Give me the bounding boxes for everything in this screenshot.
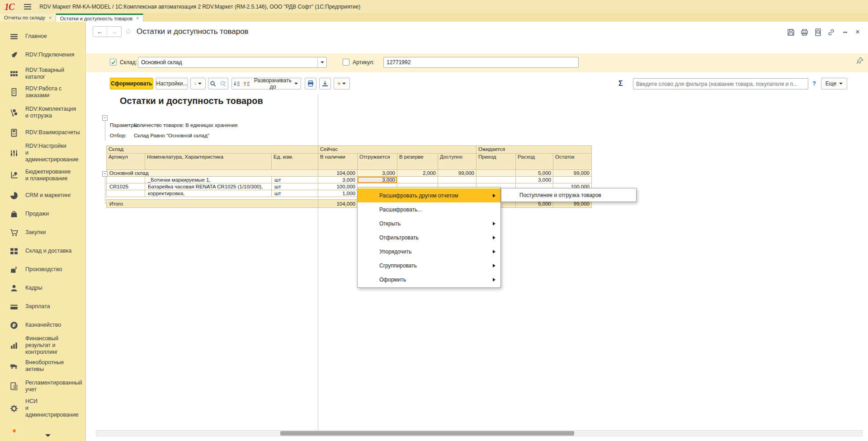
sidebar-item-production[interactable]: Производство — [0, 260, 85, 279]
tab-inactive-0[interactable]: Отчеты по складу× — [0, 14, 56, 22]
expand-to-button[interactable]: Разворачивать до — [251, 78, 301, 89]
warehouse-combo[interactable]: Основной склад — [138, 57, 327, 68]
sidebar-item-main-menu[interactable]: Главное — [0, 27, 85, 46]
sidebar-item-finance[interactable]: Финансовый результат и контроллинг — [0, 334, 85, 357]
warehouse-combo-dropdown-icon[interactable] — [317, 57, 326, 67]
report-cell-value[interactable]: 100,000 — [318, 183, 358, 190]
report-cell-article[interactable] — [107, 190, 145, 197]
column-header[interactable]: Артикул — [107, 154, 145, 170]
toolbar-print-button[interactable] — [305, 78, 316, 89]
save-file-button[interactable] — [319, 78, 331, 89]
report-cell-total-label[interactable]: Итого — [107, 200, 318, 208]
sidebar-item-salary[interactable]: Зарплата — [0, 297, 85, 316]
report-cell-value[interactable] — [438, 177, 476, 183]
settings-button[interactable]: Настройки... — [156, 78, 188, 89]
context-submenu-item[interactable]: Поступление и отгрузка товаров — [501, 188, 637, 202]
column-header[interactable]: В резерве — [397, 154, 438, 170]
print-preview-icon[interactable] — [813, 27, 823, 37]
band-header[interactable]: Склад — [107, 146, 318, 154]
report-cell-value[interactable] — [476, 170, 516, 177]
sidebar-item-connections[interactable]: RDV:Подключения — [0, 46, 85, 64]
sidebar-item-regulated[interactable]: Регламентированный учет — [0, 375, 85, 397]
report-cell-value[interactable] — [476, 177, 516, 183]
article-input[interactable] — [383, 57, 579, 68]
column-header[interactable]: Номенклатура, Характеристика — [145, 154, 272, 170]
tab-active-1[interactable]: Остатки и доступность товаров× — [56, 14, 143, 22]
find-button[interactable] — [208, 78, 218, 89]
context-menu-item-6[interactable]: Оформить — [358, 272, 500, 286]
add-favorite-star-icon[interactable]: ☆ — [125, 27, 132, 36]
forward-button[interactable]: → — [107, 27, 121, 37]
report-cell-article[interactable]: CR1025 — [107, 183, 145, 190]
report-cell-value[interactable] — [553, 177, 592, 183]
report-cell-unit[interactable]: шт — [272, 183, 318, 190]
sidebar-item-nsi[interactable]: НСИ и администрирование — [0, 397, 85, 419]
generate-button[interactable]: Сформировать — [110, 78, 153, 89]
report-cell-value[interactable]: 99,000 — [438, 170, 476, 177]
report-cell-name[interactable]: _Ботинки маркируемые 1, — [145, 177, 272, 183]
warehouse-checkbox[interactable] — [110, 59, 117, 66]
quick-filter-input[interactable] — [633, 78, 808, 89]
report-cell-value[interactable]: 3,000 — [358, 170, 397, 177]
context-menu-item-2[interactable]: Открыть — [358, 216, 500, 230]
sidebar-item-settlements[interactable]: RDV:Взаиморасчеты — [0, 123, 85, 142]
more-button[interactable]: Еще — [821, 78, 847, 89]
context-menu-item-5[interactable]: Сгруппировать — [358, 258, 500, 272]
column-header[interactable]: Приход — [476, 154, 516, 170]
sidebar-item-purchases[interactable]: Закупки — [0, 223, 85, 242]
report-cell-value[interactable]: 2,000 — [397, 170, 438, 177]
help-link[interactable]: ? — [812, 80, 816, 87]
tab-close-icon[interactable]: × — [49, 15, 52, 20]
sidebar-item-budgeting[interactable]: Бюджетирование и планирование — [0, 164, 85, 186]
print-icon[interactable] — [799, 27, 809, 37]
save-icon[interactable] — [786, 27, 796, 37]
autosum-sigma[interactable]: Σ — [618, 80, 623, 88]
column-header[interactable]: В наличии — [318, 154, 358, 170]
back-button[interactable]: ← — [93, 27, 107, 37]
sidebar-item-crm[interactable]: CRM и маркетинг — [0, 186, 85, 205]
main-menu-icon[interactable] — [24, 4, 31, 9]
report-cell-value[interactable]: 104,000 — [318, 170, 358, 177]
sidebar-scroll-more-icon[interactable] — [45, 434, 51, 437]
band-header[interactable]: Ожидается — [476, 146, 592, 154]
report-cell-value[interactable]: 3,000 — [318, 177, 358, 183]
report-cell-value[interactable]: 104,000 — [318, 200, 358, 208]
sidebar-item-orders[interactable]: RDV:Работа с заказами — [0, 83, 85, 101]
sidebar-item-hr[interactable]: Кадры — [0, 279, 85, 297]
column-header[interactable]: Расход — [516, 154, 553, 170]
sidebar-item-assets[interactable]: Внеоборотные активы — [0, 357, 85, 375]
cancel-find-button[interactable] — [218, 78, 228, 89]
report-cell-value[interactable]: 99,000 — [553, 170, 592, 177]
context-menu-item-3[interactable]: Отфильтровать — [358, 230, 500, 244]
sidebar-item-catalog[interactable]: RDV:Товарный каталог — [0, 64, 85, 83]
report-cell-name[interactable]: корректировка, — [145, 190, 272, 197]
report-cell-unit[interactable]: шт — [272, 177, 318, 183]
column-header[interactable]: Доступно — [438, 154, 476, 170]
column-header[interactable]: Отгружается — [358, 154, 397, 170]
report-cell-value[interactable]: 3,000 — [516, 177, 553, 183]
article-checkbox[interactable] — [343, 59, 349, 66]
sidebar-item-treasury[interactable]: ₽Казначейство — [0, 316, 85, 334]
report-cell-value[interactable]: 1,000 — [318, 190, 358, 197]
report-cell-value[interactable] — [397, 177, 438, 183]
report-cell-name[interactable]: Батарейка часовая RENATA CR1025 (1/10/30… — [145, 183, 272, 190]
report-cell-unit[interactable]: шт — [272, 190, 318, 197]
report-variants-button[interactable] — [190, 78, 206, 89]
sidebar-item-settings-admin[interactable]: RDV:Настройки и администрирование — [0, 142, 85, 164]
outline-collapse-header-icon[interactable]: − — [102, 115, 108, 121]
horizontal-scrollbar-thumb[interactable] — [280, 431, 574, 436]
collapse-groups-button[interactable] — [231, 78, 242, 89]
tab-close-icon[interactable]: × — [136, 16, 139, 21]
column-header[interactable]: Ед. изм. — [272, 154, 318, 170]
sidebar-item-warehouse[interactable]: Склад и доставка — [0, 242, 85, 260]
close-form-icon[interactable]: × — [853, 27, 863, 37]
send-email-button[interactable] — [334, 78, 350, 89]
context-menu-item-4[interactable]: Упорядочить — [358, 244, 500, 258]
context-menu-item-1[interactable]: Расшифровать... — [358, 202, 500, 216]
report-cell-group-label[interactable]: Основной склад — [107, 170, 318, 177]
report-cell-value[interactable]: 3,000 — [358, 177, 397, 183]
sidebar-item-shipping[interactable]: RDV:Комплектация и отгрузка — [0, 101, 85, 123]
outline-collapse-group-icon[interactable]: − — [102, 171, 108, 177]
more-actions-icon[interactable] — [840, 27, 850, 37]
sidebar-item-sales[interactable]: Продажи — [0, 205, 85, 223]
